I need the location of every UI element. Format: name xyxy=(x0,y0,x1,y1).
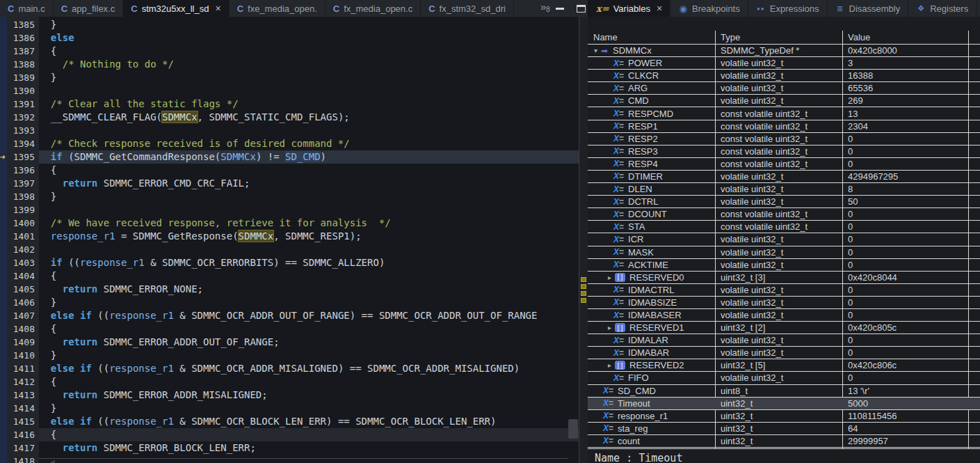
chevron-right-icon[interactable]: ▸ xyxy=(604,274,615,281)
close-icon[interactable]: × xyxy=(657,3,662,13)
editor-tab[interactable]: Cmain.c xyxy=(0,0,54,17)
line-number[interactable]: 1389 xyxy=(7,71,39,84)
variable-row[interactable]: X=response_r1uint32_t1108115456 xyxy=(588,410,980,423)
variable-value[interactable]: 0 xyxy=(842,372,968,384)
view-tab[interactable]: ●●Expressions xyxy=(748,0,828,17)
code-line[interactable]: 1403 if ((response_r1 & SDMMC_OCR_ERRORB… xyxy=(0,256,579,269)
line-number[interactable]: 1391 xyxy=(7,97,39,111)
variable-value[interactable]: 0 xyxy=(842,233,968,245)
line-number[interactable]: 1388 xyxy=(7,58,39,71)
variable-row[interactable]: ▸[ ]RESERVED2uint32_t [5]0x420c806c xyxy=(588,359,980,372)
line-number[interactable]: 1410 xyxy=(7,349,39,362)
variable-row[interactable]: X=IDMACTRLvolatile uint32_t0 xyxy=(588,284,980,297)
variable-value[interactable]: 0 xyxy=(842,146,968,157)
code-line[interactable]: 1396 { xyxy=(0,164,579,177)
column-header-name[interactable]: Name xyxy=(588,31,715,44)
code-line[interactable]: 1401 response_r1 = SDMMC_GetResponse(SDM… xyxy=(0,230,579,243)
variable-row[interactable]: X=IDMABSIZEvolatile uint32_t0 xyxy=(588,297,980,309)
code-line[interactable]: 1402 xyxy=(0,243,579,256)
code-line[interactable]: 1414 } xyxy=(0,402,579,415)
variable-row[interactable]: X=DCOUNTconst volatile uint32_t0 xyxy=(588,208,980,221)
line-number[interactable]: 1390 xyxy=(7,84,39,97)
code-line[interactable]: 1405 return SDMMC_ERROR_NONE; xyxy=(0,283,579,296)
variable-value[interactable]: 13 '\r' xyxy=(842,385,968,397)
line-number[interactable]: 1405 xyxy=(7,283,39,296)
editor-vertical-scrollbar[interactable] xyxy=(568,419,578,439)
close-icon[interactable]: × xyxy=(215,3,220,13)
code-line[interactable]: 1394 /* Check response received is of de… xyxy=(0,137,579,150)
line-number[interactable]: 1395 xyxy=(7,150,39,164)
occurrence-marker[interactable] xyxy=(581,277,586,282)
line-number[interactable]: 1403 xyxy=(7,256,39,269)
variable-value[interactable]: 0 xyxy=(842,133,968,145)
line-number[interactable]: 1392 xyxy=(7,111,39,124)
variable-row[interactable]: X=sta_reguint32_t64 xyxy=(588,423,980,435)
overview-ruler[interactable] xyxy=(579,17,588,463)
line-number[interactable]: 1414 xyxy=(7,402,39,415)
view-tab[interactable]: ◉Breakpoints xyxy=(670,0,748,17)
code-line[interactable]: 1411 else if ((response_r1 & SDMMC_OCR_A… xyxy=(0,362,579,375)
editor-tab[interactable]: Cfx_media_open.c xyxy=(326,0,421,17)
chevron-right-icon[interactable]: ▸ xyxy=(604,361,615,369)
code-line[interactable]: 1391 /* Clear all the static flags */ xyxy=(0,97,579,111)
variable-row[interactable]: X=RESP1const volatile uint32_t2304 xyxy=(588,120,980,133)
variable-value[interactable]: 1108115456 xyxy=(842,410,968,422)
code-line[interactable]: 1397 return SDMMC_ERROR_CMD_CRC_FAIL; xyxy=(0,177,579,190)
variable-value[interactable]: 0 xyxy=(842,309,968,321)
minimize-icon[interactable] xyxy=(556,8,564,10)
code-line[interactable]: 1415 else if ((response_r1 & SDMMC_OCR_B… xyxy=(0,415,579,428)
variable-value[interactable]: 5000 xyxy=(842,398,968,409)
variable-row[interactable]: X=ARGvolatile uint32_t65536 xyxy=(588,82,980,95)
line-number[interactable]: 1407 xyxy=(7,309,39,322)
tab-overflow-chevron-icon[interactable]: »8 xyxy=(535,0,556,17)
code-line[interactable]: 1412 { xyxy=(0,375,579,389)
line-number[interactable]: 1415 xyxy=(7,415,39,428)
variable-value[interactable]: 16388 xyxy=(842,70,968,81)
variable-value[interactable]: 64 xyxy=(842,423,968,434)
line-number[interactable]: 1417 xyxy=(7,441,39,455)
variable-value[interactable]: 0x420c805c xyxy=(842,322,968,333)
code-line[interactable]: 1404 { xyxy=(0,269,579,283)
code-line[interactable]: 1418 ⏎ xyxy=(0,455,579,463)
code-line[interactable]: 1399 xyxy=(0,203,579,217)
line-number[interactable]: 1398 xyxy=(7,190,39,203)
variable-row[interactable]: X=CLKCRvolatile uint32_t16388 xyxy=(588,70,980,82)
line-number[interactable]: 1413 xyxy=(7,389,39,402)
line-number[interactable]: 1396 xyxy=(7,164,39,177)
code-line[interactable]: 1385 } xyxy=(0,18,579,31)
variable-row[interactable]: ▸[ ]RESERVED1uint32_t [2]0x420c805c xyxy=(588,322,980,334)
variable-value[interactable]: 0x420c806c xyxy=(842,359,968,371)
code-line[interactable]: 1416 { xyxy=(0,428,579,441)
variable-value[interactable]: 3 xyxy=(842,57,968,69)
code-line[interactable]: 1409 return SDMMC_ERROR_ADDR_OUT_OF_RANG… xyxy=(0,336,579,349)
code-line[interactable]: 1406 } xyxy=(0,296,579,309)
code-line[interactable]: 1398 } xyxy=(0,190,579,203)
variable-row[interactable]: X=STAconst volatile uint32_t0 xyxy=(588,221,980,233)
variable-value[interactable]: 0 xyxy=(842,297,968,308)
occurrence-marker[interactable] xyxy=(581,291,586,296)
variable-row[interactable]: X=DLENvolatile uint32_t8 xyxy=(588,183,980,196)
variable-value[interactable]: 0 xyxy=(842,284,968,296)
code-line[interactable]: 1413 return SDMMC_ERROR_ADDR_MISALIGNED; xyxy=(0,389,579,402)
variable-value[interactable]: 0 xyxy=(842,334,968,346)
variable-value[interactable]: 4294967295 xyxy=(842,171,968,182)
variable-value[interactable]: 65536 xyxy=(842,82,968,94)
occurrence-marker[interactable] xyxy=(581,298,586,303)
variable-row[interactable]: X=IDMABARvolatile uint32_t0 xyxy=(588,347,980,359)
variable-value[interactable]: 29999957 xyxy=(842,435,968,447)
line-number[interactable]: 1402 xyxy=(7,243,39,256)
variable-value[interactable]: 0 xyxy=(842,259,968,271)
line-number[interactable]: 1412 xyxy=(7,375,39,389)
variable-value[interactable]: 0 xyxy=(842,246,968,258)
code-line[interactable]: 1417 return SDMMC_ERROR_BLOCK_LEN_ERR; xyxy=(0,441,579,455)
variable-value[interactable]: 13 xyxy=(842,107,968,119)
line-number[interactable]: 1394 xyxy=(7,137,39,150)
variable-row[interactable]: ▾➡SDMMCxSDMMC_TypeDef *0x420c8000 xyxy=(588,45,980,57)
code-line[interactable]: 1392 __SDMMC_CLEAR_FLAG(SDMMCx, SDMMC_ST… xyxy=(0,111,579,124)
variable-row[interactable]: X=Timeoutuint32_t5000 xyxy=(588,398,980,410)
code-line[interactable]: 1393 xyxy=(0,124,579,137)
variable-row[interactable]: X=SD_CMDuint8_t13 '\r' xyxy=(588,385,980,398)
variable-row[interactable]: X=IDMALARvolatile uint32_t0 xyxy=(588,334,980,347)
line-number[interactable]: 1387 xyxy=(7,45,39,58)
code-line[interactable]: ➜1395 if (SDMMC_GetCommandResponse(SDMMC… xyxy=(0,150,579,164)
